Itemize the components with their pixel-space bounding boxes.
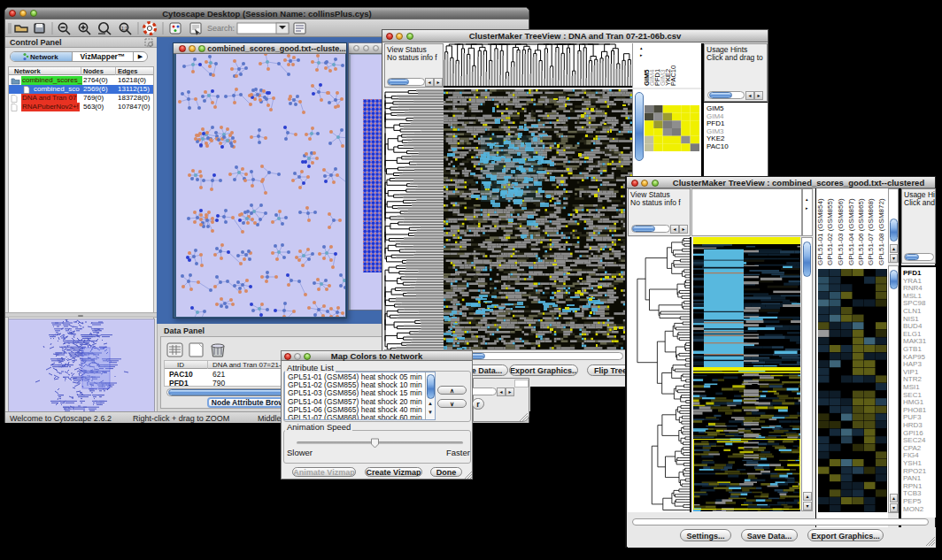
svg-text:1:1: 1:1 — [121, 26, 127, 31]
svg-text:Search:: Search: — [207, 24, 235, 33]
